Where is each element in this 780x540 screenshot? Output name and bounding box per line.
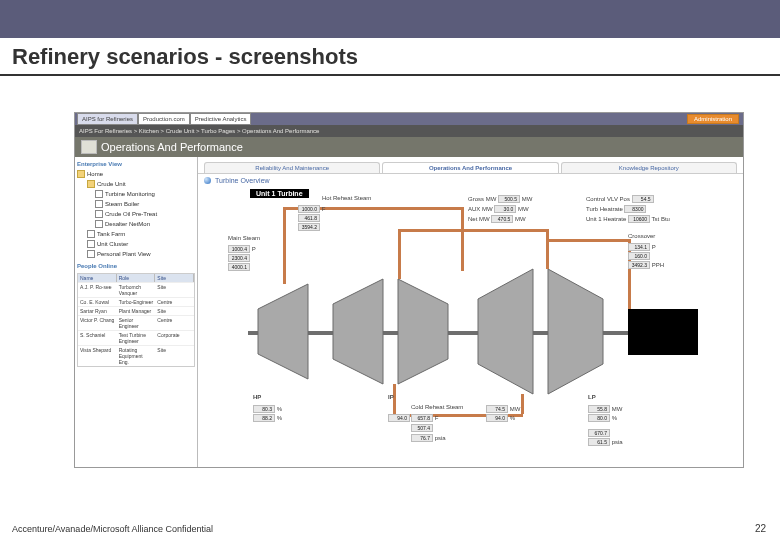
lp-val-0: 55.8 bbox=[588, 405, 610, 413]
svg-marker-3 bbox=[478, 269, 533, 394]
tree-node-2[interactable]: Turbine Monitoring bbox=[105, 191, 155, 197]
svg-marker-1 bbox=[333, 279, 383, 384]
svg-rect-10 bbox=[398, 229, 548, 232]
title-rule bbox=[0, 74, 780, 76]
checkbox-icon[interactable] bbox=[87, 250, 95, 258]
hr-val-2: 3594.2 bbox=[298, 223, 320, 231]
slide-top-band bbox=[0, 0, 780, 38]
hr-val-0: 1000.0 bbox=[298, 205, 320, 213]
page-title: Operations And Performance bbox=[101, 141, 243, 153]
cold-reheat-label: Cold Reheat Steam bbox=[411, 404, 463, 410]
page-number: 22 bbox=[755, 523, 766, 534]
overview-heading: Turbine Overview bbox=[198, 174, 743, 187]
breadcrumb: AIPS For Refineries > Kitchen > Crude Un… bbox=[75, 125, 743, 137]
people-online-header: People Online bbox=[77, 263, 195, 269]
lp-val-1: 80.0 bbox=[588, 414, 610, 422]
tree-node-3[interactable]: Steam Boiler bbox=[105, 201, 139, 207]
people-row-1[interactable]: Co. E. KowalTurbo-EngineerCentre bbox=[78, 297, 194, 306]
cr-val-0: 657.8 bbox=[411, 414, 433, 422]
hp-val-0: 80.3 bbox=[253, 405, 275, 413]
svg-marker-4 bbox=[548, 269, 603, 394]
svg-rect-8 bbox=[461, 207, 464, 271]
main-panel: Reliability And Maintenance Operations A… bbox=[198, 157, 743, 467]
people-col-1: Role bbox=[117, 274, 156, 282]
app-tab-2[interactable]: Predictive Analytics bbox=[190, 113, 252, 125]
svg-rect-13 bbox=[546, 239, 631, 242]
people-row-4[interactable]: S. SchanielTest Turbine EngineerCorporat… bbox=[78, 330, 194, 345]
folder-icon bbox=[77, 170, 85, 178]
svg-rect-11 bbox=[546, 229, 549, 269]
main-tab-1[interactable]: Operations And Performance bbox=[382, 162, 558, 173]
checkbox-icon[interactable] bbox=[95, 220, 103, 228]
hot-reheat-label: Hot Reheat Steam bbox=[322, 195, 371, 201]
co-val-2: 3492.3 bbox=[628, 261, 650, 269]
crossover-label: Crossover bbox=[628, 233, 655, 239]
turbine-svg bbox=[228, 189, 748, 479]
svg-marker-2 bbox=[398, 279, 448, 384]
app-tabstrip: AIPS for Refineries Production.com Predi… bbox=[75, 113, 743, 125]
tree-node-5[interactable]: Desalter NetMon bbox=[105, 221, 150, 227]
svg-rect-16 bbox=[521, 394, 524, 414]
app-tab-0[interactable]: AIPS for Refineries bbox=[77, 113, 138, 125]
sidebar-header: Enterprise View bbox=[77, 161, 195, 167]
app-right-badge[interactable]: Administration bbox=[687, 114, 739, 124]
svg-rect-5 bbox=[628, 309, 698, 355]
footer-text: Accenture/Avanade/Microsoft Alliance Con… bbox=[12, 524, 213, 534]
slide-title: Refinery scenarios - screenshots bbox=[0, 38, 780, 72]
hp-label: HP bbox=[253, 394, 261, 400]
svg-marker-0 bbox=[258, 284, 308, 379]
ip-label: IP bbox=[388, 394, 394, 400]
people-col-0: Name bbox=[78, 274, 117, 282]
main-tabs: Reliability And Maintenance Operations A… bbox=[198, 157, 743, 174]
turbine-diagram: Hot Reheat Steam 1000.0 F 461.8 3594.2 M… bbox=[228, 189, 737, 461]
tree-node-1[interactable]: Crude Unit bbox=[97, 181, 126, 187]
unit-hr-val: 10600 bbox=[628, 215, 650, 223]
people-row-5[interactable]: Vista ShepardRotating Equipment Eng.Site bbox=[78, 345, 194, 366]
checkbox-icon[interactable] bbox=[87, 230, 95, 238]
main-steam-label: Main Steam bbox=[228, 235, 260, 241]
app-tab-1[interactable]: Production.com bbox=[138, 113, 190, 125]
lp-val-2: 670.7 bbox=[588, 429, 610, 437]
ip-val-0: 94.0 bbox=[388, 414, 410, 422]
people-row-2[interactable]: Sartar RyanPlant ManagerSite bbox=[78, 306, 194, 315]
people-grid-header: Name Role Site bbox=[78, 274, 194, 282]
checkbox-icon[interactable] bbox=[95, 200, 103, 208]
checkbox-icon[interactable] bbox=[87, 240, 95, 248]
checkbox-icon[interactable] bbox=[95, 210, 103, 218]
cr-val-1: 507.4 bbox=[411, 424, 433, 432]
main-tab-2[interactable]: Knowledge Repository bbox=[561, 162, 737, 173]
tree-node-4[interactable]: Crude Oil Pre-Treat bbox=[105, 211, 157, 217]
hp-val-1: 88.2 bbox=[253, 414, 275, 422]
net-mw-val: 470.5 bbox=[491, 215, 513, 223]
lp-val-3: 61.5 bbox=[588, 438, 610, 446]
ctrl-vlv-val: 54.5 bbox=[632, 195, 654, 203]
people-grid: Name Role Site A.J. P. Ro-seeTurbomch Va… bbox=[77, 273, 195, 367]
ms-val-1: 2300.4 bbox=[228, 254, 250, 262]
hr-val-1: 461.8 bbox=[298, 214, 320, 222]
turb-hr-val: 8300 bbox=[624, 205, 646, 213]
main-tab-0[interactable]: Reliability And Maintenance bbox=[204, 162, 380, 173]
tree-node-7[interactable]: Unit Cluster bbox=[97, 241, 128, 247]
lp-label: LP bbox=[588, 394, 596, 400]
sidebar: Enterprise View Home Crude Unit Turbine … bbox=[75, 157, 198, 467]
sphere-icon bbox=[204, 177, 211, 184]
tree-node-0[interactable]: Home bbox=[87, 171, 103, 177]
checkbox-icon[interactable] bbox=[95, 190, 103, 198]
svg-rect-6 bbox=[283, 207, 286, 284]
aux-mw-val: 30.0 bbox=[494, 205, 516, 213]
tree-node-6[interactable]: Tank Farm bbox=[97, 231, 125, 237]
page-title-icon bbox=[81, 140, 97, 154]
tree-node-8[interactable]: Personal Plant View bbox=[97, 251, 151, 257]
ms-val-0: 1000.4 bbox=[228, 245, 250, 253]
people-row-3[interactable]: Victor P. ChangSenior EngineerCentre bbox=[78, 315, 194, 330]
people-row-0[interactable]: A.J. P. Ro-seeTurbomch VanquerSite bbox=[78, 282, 194, 297]
ms-val-2: 4000.1 bbox=[228, 263, 250, 271]
cr-val-2: 76.7 bbox=[411, 434, 433, 442]
co-val-1: 160.0 bbox=[628, 252, 650, 260]
sidebar-tree: Home Crude Unit Turbine Monitoring Steam… bbox=[77, 169, 195, 259]
gross-mw-val: 500.5 bbox=[498, 195, 520, 203]
overview-title: Turbine Overview bbox=[215, 177, 270, 184]
page-title-bar: Operations And Performance bbox=[75, 137, 743, 157]
svg-rect-9 bbox=[398, 229, 401, 279]
people-col-2: Site bbox=[155, 274, 194, 282]
